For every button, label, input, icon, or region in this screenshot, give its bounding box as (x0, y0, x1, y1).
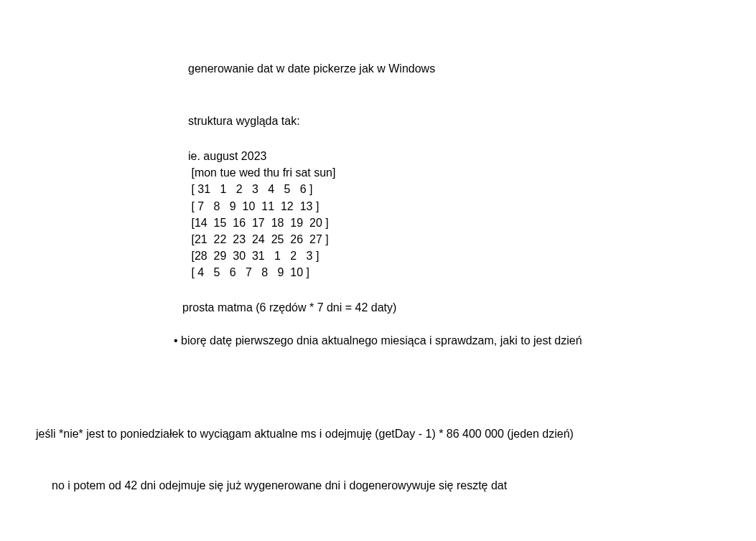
document-title: generowanie dat w date pickerze jak w Wi… (188, 62, 756, 75)
calendar-row: [ 4 5 6 7 8 9 10 ] (188, 264, 756, 281)
calendar-weekdays: [mon tue wed thu fri sat sun] (188, 164, 756, 181)
structure-label: struktura wygląda tak: (188, 115, 756, 128)
bullet-step: • biorę datę pierwszego dnia aktualnego … (174, 334, 756, 347)
calendar-row: [28 29 30 31 1 2 3 ] (188, 248, 756, 264)
math-note: prosta matma (6 rzędów * 7 dni = 42 daty… (182, 301, 756, 314)
calendar-row: [ 31 1 2 3 4 5 6 ] (188, 181, 756, 197)
calendar-header: ie. august 2023 (188, 148, 756, 164)
calendar-row: [ 7 8 9 10 11 12 13 ] (188, 198, 756, 215)
calendar-row: [21 22 23 24 25 26 27 ] (188, 231, 756, 248)
algorithm-step-1: jeśli *nie* jest to poniedziałek to wyci… (36, 428, 574, 441)
calendar-row: [14 15 16 17 18 19 20 ] (188, 215, 756, 231)
algorithm-step-2: no i potem od 42 dni odejmuje się już wy… (52, 479, 507, 492)
calendar-example: ie. august 2023 [mon tue wed thu fri sat… (188, 148, 756, 281)
